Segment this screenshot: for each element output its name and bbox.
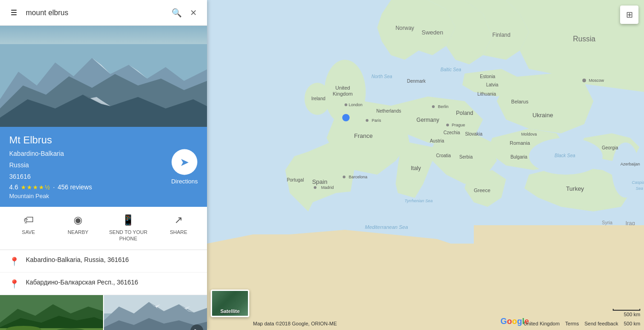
svg-text:Turkey: Turkey <box>566 185 584 192</box>
location-pin-icon-2: 📍 <box>9 279 18 289</box>
svg-text:Ukraine: Ukraine <box>533 112 553 119</box>
review-count-text[interactable]: 456 reviews <box>58 183 92 191</box>
svg-text:Paris: Paris <box>372 118 381 123</box>
left-panel: ☰ 🔍 ✕ Mt Elbrus <box>0 0 207 330</box>
svg-text:Azerbaijan: Azerbaijan <box>621 162 640 166</box>
place-name: Mt Elbrus <box>9 134 198 146</box>
united-kingdom-label: United Kingdom <box>523 321 559 326</box>
svg-text:Sweden: Sweden <box>422 29 443 36</box>
google-logo-g: G <box>500 317 507 326</box>
svg-point-63 <box>343 176 345 178</box>
svg-text:Madrid: Madrid <box>321 185 334 190</box>
directions-arrow-icon: ➤ <box>180 156 189 169</box>
svg-text:Serbia: Serbia <box>460 154 473 159</box>
google-logo-o2: o <box>512 317 517 326</box>
svg-point-65 <box>366 119 368 122</box>
menu-button[interactable]: ☰ <box>6 5 22 21</box>
details-section: 📍 Kabardino-Balkaria, Russia, 361616 📍 К… <box>0 250 207 295</box>
apps-button[interactable]: ⊞ <box>620 6 638 24</box>
svg-text:Bulgaria: Bulgaria <box>511 154 528 159</box>
svg-text:Georgia: Georgia <box>602 145 618 150</box>
svg-text:Moldova: Moldova <box>521 132 537 137</box>
save-label: SAVE <box>22 229 35 235</box>
search-button[interactable]: 🔍 <box>168 5 185 21</box>
share-label: SHARE <box>170 229 187 235</box>
svg-text:Russia: Russia <box>573 35 596 43</box>
review-count[interactable]: · <box>53 183 55 191</box>
rating-value: 4.6 <box>9 183 18 191</box>
svg-text:Latvia: Latvia <box>486 82 499 87</box>
send-label: SEND TO YOUR PHONE <box>109 229 147 242</box>
svg-text:Germany: Germany <box>416 117 439 123</box>
menu-icon: ☰ <box>11 8 17 17</box>
svg-text:Caspian: Caspian <box>632 180 644 185</box>
send-feedback-link[interactable]: Send feedback <box>585 321 618 326</box>
photo-thumb-1 <box>0 295 103 330</box>
clear-button[interactable]: ✕ <box>185 5 201 21</box>
address-en-row: 📍 Kabardino-Balkaria, Russia, 361616 <box>0 250 207 273</box>
action-buttons: 🏷 SAVE ◉ NEARBY 📱 SEND TO YOUR PHONE ↗ S… <box>0 207 207 250</box>
nearby-label: NEARBY <box>68 229 88 235</box>
svg-text:Netherlands: Netherlands <box>376 108 401 114</box>
rating-row: 4.6 ★★★★½ · 456 reviews <box>9 183 198 191</box>
search-input-container <box>26 9 168 17</box>
search-icon: 🔍 <box>172 8 182 18</box>
svg-point-102 <box>342 114 350 121</box>
scale-text: 500 km <box>624 312 640 317</box>
svg-point-100 <box>345 103 347 106</box>
svg-text:Estonia: Estonia <box>480 74 495 79</box>
svg-text:Berlin: Berlin <box>438 104 448 109</box>
place-region: Kabardino-Balkaria <box>9 149 198 159</box>
svg-text:United: United <box>335 85 350 91</box>
svg-text:France: France <box>354 132 373 139</box>
address-en-text: Kabardino-Balkaria, Russia, 361616 <box>26 256 129 265</box>
save-button[interactable]: 🏷 SAVE <box>10 214 47 242</box>
svg-text:Black Sea: Black Sea <box>554 153 575 158</box>
google-logo-g2: g <box>517 317 522 326</box>
photos-strip[interactable]: ▶ Photos <box>0 295 207 330</box>
apps-icon: ⊞ <box>626 10 633 20</box>
google-logo-o1: o <box>507 317 512 326</box>
photo-thumb-2: ▶ <box>103 295 207 330</box>
address-ru-text: Кабардино-Балкарская Респ., 361616 <box>26 278 138 287</box>
share-icon: ↗ <box>174 214 183 226</box>
search-input[interactable] <box>26 9 168 17</box>
hero-image <box>0 26 207 127</box>
svg-text:Kingdom: Kingdom <box>333 91 352 97</box>
scale-line <box>613 309 640 311</box>
send-to-phone-button[interactable]: 📱 SEND TO YOUR PHONE <box>109 214 147 242</box>
search-bar: ☰ 🔍 ✕ <box>0 0 207 26</box>
svg-point-61 <box>314 186 316 189</box>
save-icon: 🏷 <box>23 214 34 226</box>
svg-text:Italy: Italy <box>411 165 421 171</box>
svg-text:Mediterranean Sea: Mediterranean Sea <box>365 224 408 230</box>
place-country: Russia <box>9 160 198 170</box>
map-area[interactable]: Sweden Norway Finland Russia United King… <box>207 0 644 330</box>
scale-label: 500 km <box>624 321 640 326</box>
send-icon: 📱 <box>122 214 134 226</box>
share-button[interactable]: ↗ SHARE <box>160 214 197 242</box>
svg-text:Norway: Norway <box>396 25 414 31</box>
svg-point-80 <box>582 79 586 82</box>
directions-button[interactable]: ➤ Directions <box>171 149 198 185</box>
svg-text:Syria: Syria <box>602 220 613 225</box>
nearby-button[interactable]: ◉ NEARBY <box>60 214 97 242</box>
svg-text:Slovakia: Slovakia <box>465 131 483 137</box>
terms-link[interactable]: Terms <box>565 321 579 326</box>
scale-bar: 500 km <box>613 309 640 317</box>
svg-text:Czechia: Czechia <box>443 130 460 135</box>
map-data-text: Map data ©2018 Google, ORION-ME <box>253 321 337 326</box>
stars: ★★★★½ <box>21 184 50 191</box>
svg-text:Spain: Spain <box>312 178 327 185</box>
svg-text:Baltic Sea: Baltic Sea <box>440 67 461 72</box>
svg-text:Moscow: Moscow <box>589 78 604 83</box>
clear-icon: ✕ <box>190 8 197 18</box>
svg-text:Greece: Greece <box>474 188 490 193</box>
satellite-toggle[interactable]: Satellite <box>211 290 249 317</box>
svg-text:Croatia: Croatia <box>436 153 451 158</box>
svg-text:Austria: Austria <box>430 138 444 143</box>
nearby-icon: ◉ <box>74 214 82 226</box>
svg-text:London: London <box>349 102 362 107</box>
directions-circle: ➤ <box>172 149 197 175</box>
map-data-label: Map data ©2018 Google, ORION-ME <box>253 321 337 326</box>
